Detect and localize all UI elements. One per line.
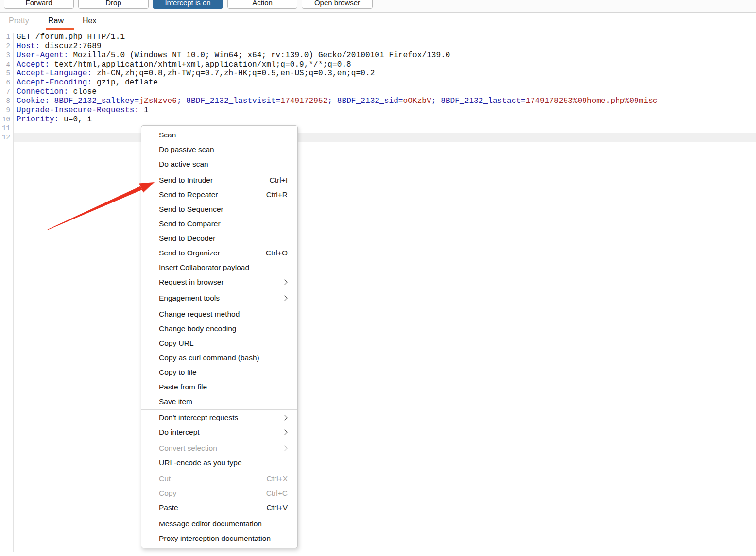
menu-item-label: Send to Organizer xyxy=(159,249,220,257)
request-editor[interactable]: 123456789101112 GET /forum.php HTTP/1.1H… xyxy=(0,31,756,552)
menu-item-copy-url[interactable]: Copy URL xyxy=(141,336,297,351)
menu-item-do-passive-scan[interactable]: Do passive scan xyxy=(141,142,297,157)
menu-separator xyxy=(141,516,297,516)
menu-item-label: Change body encoding xyxy=(159,324,236,333)
menu-item-label: Change request method xyxy=(159,310,240,319)
menu-item-label: Don't intercept requests xyxy=(159,413,238,422)
menu-item-copy: CopyCtrl+C xyxy=(141,486,297,501)
menu-item-don-t-intercept-requests[interactable]: Don't intercept requests xyxy=(141,410,297,425)
tab-pretty[interactable]: Pretty xyxy=(9,17,29,25)
menu-item-shortcut: Ctrl+I xyxy=(270,176,288,185)
menu-item-label: Do passive scan xyxy=(159,145,214,154)
line-number: 8 xyxy=(0,97,13,106)
request-text-segment: text/html,application/xhtml+xml,applicat… xyxy=(50,60,351,69)
request-text-segment: ; 8BDF_2132_lastvisit= xyxy=(177,97,280,105)
request-line-8[interactable]: Cookie: 8BDF_2132_saltkey=jZsNzve6; 8BDF… xyxy=(14,97,756,106)
request-text-segment: Mozilla/5.0 (Windows NT 10.0; Win64; x64… xyxy=(69,51,450,60)
menu-item-copy-to-file[interactable]: Copy to file xyxy=(141,365,297,380)
menu-item-paste[interactable]: PasteCtrl+V xyxy=(141,501,297,515)
menu-item-do-active-scan[interactable]: Do active scan xyxy=(141,157,297,171)
request-text-segment: close xyxy=(69,87,97,96)
menu-item-change-request-method[interactable]: Change request method xyxy=(141,307,297,321)
intercept-toggle-button[interactable]: Intercept is on xyxy=(153,0,223,9)
request-line-10[interactable]: Priority: u=0, i xyxy=(14,115,756,124)
request-text-segment: jZsNzve6 xyxy=(139,97,177,105)
tab-hex[interactable]: Hex xyxy=(83,17,96,25)
menu-item-shortcut: Ctrl+C xyxy=(266,489,288,498)
request-text-segment: ; 8BDF_2132_sid= xyxy=(327,97,403,105)
request-line-5[interactable]: Accept-Language: zh-CN,zh;q=0.8,zh-TW;q=… xyxy=(14,69,756,78)
request-text-segment: discuz2:7689 xyxy=(40,42,102,51)
menu-item-save-item[interactable]: Save item xyxy=(141,394,297,409)
menu-item-label: Do active scan xyxy=(159,160,208,168)
menu-item-label: Paste xyxy=(159,504,178,512)
menu-item-engagement-tools[interactable]: Engagement tools xyxy=(141,291,297,305)
menu-item-label: Save item xyxy=(159,397,192,406)
request-text-segment: Host: xyxy=(17,42,40,51)
request-text-segment: 1749178253%09home.php%09misc xyxy=(526,97,658,105)
menu-item-right xyxy=(283,416,288,420)
menu-item-shortcut: Ctrl+R xyxy=(266,190,288,199)
request-line-3[interactable]: User-Agent: Mozilla/5.0 (Windows NT 10.0… xyxy=(14,51,756,60)
request-text-segment: oOKzbV xyxy=(403,97,431,105)
submenu-chevron-icon xyxy=(282,279,287,285)
request-text-segment: User-Agent: xyxy=(17,51,69,60)
editor-content[interactable]: GET /forum.php HTTP/1.1Host: discuz2:768… xyxy=(14,33,756,142)
menu-separator xyxy=(141,306,297,306)
menu-item-right: Ctrl+C xyxy=(266,489,288,498)
message-editor-tabbar: Pretty Raw Hex xyxy=(0,13,756,30)
submenu-chevron-icon xyxy=(282,415,287,420)
request-line-9[interactable]: Upgrade-Insecure-Requests: 1 xyxy=(14,106,756,115)
request-line-7[interactable]: Connection: close xyxy=(14,87,756,97)
menu-item-label: Engagement tools xyxy=(159,294,220,303)
request-text-segment: 1749172952 xyxy=(280,97,327,105)
request-line-11[interactable] xyxy=(14,124,756,133)
request-line-2[interactable]: Host: discuz2:7689 xyxy=(14,42,756,51)
line-number: 6 xyxy=(0,78,13,87)
menu-item-change-body-encoding[interactable]: Change body encoding xyxy=(141,321,297,336)
menu-item-send-to-decoder[interactable]: Send to Decoder xyxy=(141,231,297,246)
intercept-toolbar: Forward Drop Intercept is on Action Open… xyxy=(0,0,756,13)
line-number: 10 xyxy=(0,115,13,124)
menu-item-right xyxy=(283,296,288,300)
menu-item-url-encode-as-you-type[interactable]: URL-encode as you type xyxy=(141,455,297,470)
menu-item-copy-as-curl-command-bash[interactable]: Copy as curl command (bash) xyxy=(141,351,297,365)
menu-item-send-to-comparer[interactable]: Send to Comparer xyxy=(141,217,297,231)
menu-item-convert-selection: Convert selection xyxy=(141,441,297,455)
menu-item-label: Send to Repeater xyxy=(159,190,218,199)
action-button[interactable]: Action xyxy=(227,0,297,9)
menu-item-label: Send to Sequencer xyxy=(159,205,223,214)
menu-item-message-editor-documentation[interactable]: Message editor documentation xyxy=(141,517,297,531)
request-text-segment: gzip, deflate xyxy=(92,78,158,87)
menu-item-do-intercept[interactable]: Do intercept xyxy=(141,425,297,439)
menu-item-send-to-organizer[interactable]: Send to OrganizerCtrl+O xyxy=(141,246,297,260)
menu-item-paste-from-file[interactable]: Paste from file xyxy=(141,380,297,394)
menu-item-right: Ctrl+X xyxy=(267,474,288,483)
menu-item-label: Scan xyxy=(159,131,176,139)
submenu-chevron-icon xyxy=(282,445,287,451)
menu-item-label: Copy to file xyxy=(159,368,197,377)
menu-item-insert-collaborator-payload[interactable]: Insert Collaborator payload xyxy=(141,260,297,275)
menu-item-proxy-interception-documentation[interactable]: Proxy interception documentation xyxy=(141,531,297,546)
request-line-6[interactable]: Accept-Encoding: gzip, deflate xyxy=(14,78,756,87)
line-number: 12 xyxy=(0,133,13,142)
drop-button[interactable]: Drop xyxy=(78,0,149,9)
request-line-4[interactable]: Accept: text/html,application/xhtml+xml,… xyxy=(14,60,756,69)
menu-item-send-to-repeater[interactable]: Send to RepeaterCtrl+R xyxy=(141,187,297,202)
menu-separator xyxy=(141,409,297,410)
menu-item-send-to-sequencer[interactable]: Send to Sequencer xyxy=(141,202,297,217)
tab-raw[interactable]: Raw xyxy=(48,17,64,25)
menu-item-shortcut: Ctrl+O xyxy=(266,249,288,257)
menu-item-request-in-browser[interactable]: Request in browser xyxy=(141,275,297,289)
forward-button[interactable]: Forward xyxy=(4,0,74,9)
menu-item-scan[interactable]: Scan xyxy=(141,128,297,142)
request-line-1[interactable]: GET /forum.php HTTP/1.1 xyxy=(14,33,756,42)
menu-item-right: Ctrl+O xyxy=(266,249,288,257)
open-browser-button[interactable]: Open browser xyxy=(302,0,373,9)
line-number: 2 xyxy=(0,42,13,51)
menu-item-label: Copy URL xyxy=(159,339,194,348)
menu-item-send-to-intruder[interactable]: Send to IntruderCtrl+I xyxy=(141,173,297,187)
menu-item-right xyxy=(283,446,288,450)
menu-item-cut: CutCtrl+X xyxy=(141,472,297,486)
request-line-12[interactable] xyxy=(14,133,756,142)
